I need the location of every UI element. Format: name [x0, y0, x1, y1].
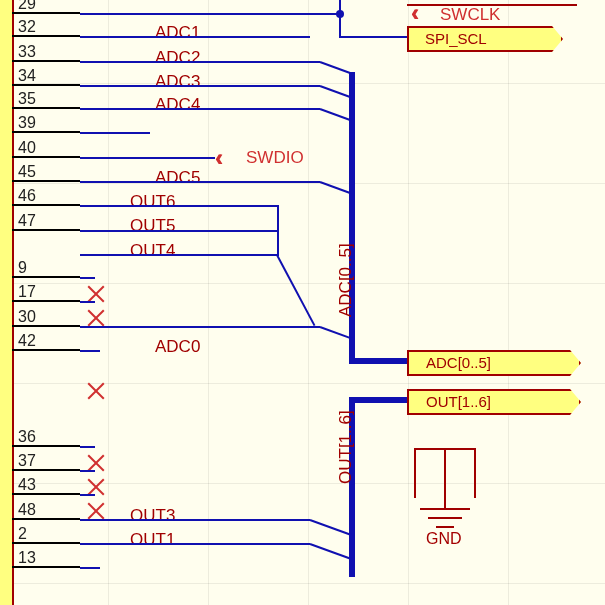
netlabel-adc3: ADC3: [155, 72, 200, 92]
wire: [80, 108, 320, 110]
pin-number: 13: [18, 549, 36, 567]
wire: [339, 13, 341, 38]
pin-number: 37: [18, 452, 36, 470]
bus-label-adc: ADC[0..5]: [336, 243, 356, 317]
port-spi-scl: SPI_SCL: [407, 26, 563, 52]
pin-number: 43: [18, 476, 36, 494]
bus-entry: [320, 326, 353, 340]
pin-number: 48: [18, 501, 36, 519]
bus-entry: [276, 255, 315, 327]
pin-number: 47: [18, 212, 36, 230]
wire: [339, 36, 409, 38]
wire: [80, 494, 95, 496]
wire: [80, 301, 95, 303]
pin-number: 46: [18, 187, 36, 205]
netlabel-adc0: ADC0: [155, 337, 200, 357]
wire: [80, 181, 320, 183]
pin-number: 33: [18, 43, 36, 61]
wire: [80, 230, 277, 232]
pin-number: 40: [18, 139, 36, 157]
bus-out-h: [349, 397, 409, 403]
netlabel-out4: OUT4: [130, 241, 175, 261]
port-label: ADC[0..5]: [426, 354, 491, 371]
wire: [339, 0, 341, 14]
bus-entry: [320, 85, 351, 98]
wire: [80, 85, 320, 87]
swclk-label: SWCLK: [440, 5, 500, 25]
wire: [80, 36, 310, 38]
wire: [80, 13, 340, 15]
netlabel-adc1: ADC1: [155, 23, 200, 43]
pin-number: 17: [18, 283, 36, 301]
port-label: SPI_SCL: [425, 30, 487, 47]
pin-number: 42: [18, 332, 36, 350]
bus-entry: [320, 61, 351, 74]
wire: [80, 277, 95, 279]
pin-number: 32: [18, 18, 36, 36]
wire: [277, 205, 279, 256]
netlabel-adc2: ADC2: [155, 48, 200, 68]
netlabel-out3: OUT3: [130, 506, 175, 526]
gnd-label: GND: [426, 530, 462, 548]
bus-adc: [349, 72, 355, 364]
swdio-label: SWDIO: [246, 148, 304, 168]
pin-number: 34: [18, 67, 36, 85]
bus-label-out: OUT[1..6]: [336, 410, 356, 484]
bus-entry: [310, 519, 352, 536]
wire: [80, 326, 320, 328]
port-edge: [407, 0, 577, 6]
pin-number: 30: [18, 308, 36, 326]
wire: [80, 61, 320, 63]
bus-entry: [320, 181, 351, 194]
wire: [80, 567, 100, 569]
wire: [80, 205, 277, 207]
pin-number: 39: [18, 114, 36, 132]
wire: [80, 254, 277, 256]
pin-number: 36: [18, 428, 36, 446]
gnd-bar3: [436, 526, 454, 528]
ic-body: [0, 0, 14, 605]
wire: [80, 157, 215, 159]
pin-number: 29: [18, 0, 36, 13]
gnd-bar2: [428, 517, 462, 519]
wire: [80, 446, 95, 448]
pin-number: 45: [18, 163, 36, 181]
netlabel-adc5: ADC5: [155, 168, 200, 188]
wire: [80, 543, 310, 545]
port-adc-bus: ADC[0..5]: [407, 350, 581, 376]
pin-number: 35: [18, 90, 36, 108]
netlabel-adc4: ADC4: [155, 95, 200, 115]
wire: [80, 470, 95, 472]
bus-adc-h: [349, 358, 409, 364]
netlabel-out6: OUT6: [130, 192, 175, 212]
gnd-top-wire: [414, 448, 476, 450]
port-out-bus: OUT[1..6]: [407, 389, 581, 415]
wire: [80, 350, 100, 352]
gnd-left: [414, 448, 416, 498]
bus-entry: [310, 543, 352, 560]
port-label: OUT[1..6]: [426, 393, 491, 410]
pin-number: 9: [18, 259, 27, 277]
pin-number: 2: [18, 525, 27, 543]
netlabel-out5: OUT5: [130, 216, 175, 236]
gnd-bar1: [420, 508, 470, 510]
netlabel-out1: OUT1: [130, 530, 175, 550]
gnd-right: [474, 448, 476, 498]
bus-entry: [320, 108, 351, 121]
wire: [80, 519, 310, 521]
no-connect-icon: [85, 380, 107, 402]
wire: [80, 132, 150, 134]
gnd-stem: [444, 448, 446, 508]
